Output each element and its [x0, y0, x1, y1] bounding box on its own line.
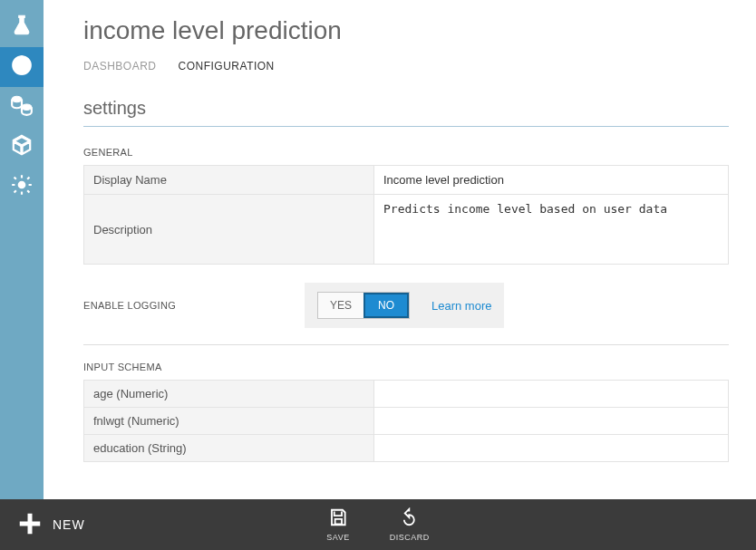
svg-point-3: [22, 104, 32, 111]
general-group-label: GENERAL: [83, 147, 729, 158]
svg-point-2: [12, 96, 22, 102]
discard-button[interactable]: DISCARD: [390, 507, 430, 542]
sidebar-item-modules[interactable]: [0, 127, 44, 167]
database-icon: [10, 93, 34, 121]
schema-row: fnlwgt (Numeric): [84, 408, 729, 435]
logging-label: ENABLE LOGGING: [83, 300, 305, 311]
logging-row: ENABLE LOGGING YES NO Learn more: [83, 283, 729, 328]
page-title: income level prediction: [83, 16, 729, 45]
sidebar-item-experiments[interactable]: [0, 7, 44, 47]
section-divider: [83, 126, 729, 127]
cube-icon: [10, 133, 34, 160]
section-title: settings: [83, 98, 729, 119]
schema-row: age (Numeric): [84, 381, 729, 408]
learn-more-link[interactable]: Learn more: [431, 299, 491, 313]
sidebar-item-web-services[interactable]: [0, 47, 44, 87]
save-icon: [328, 507, 348, 531]
logging-no-button[interactable]: NO: [363, 293, 409, 318]
general-table: Display Name Description: [83, 165, 729, 265]
left-sidebar: [0, 0, 44, 550]
bottom-bar: NEW SAVE DISCARD: [0, 499, 756, 550]
tab-dashboard[interactable]: DASHBOARD: [83, 60, 157, 72]
tab-configuration[interactable]: CONFIGURATION: [179, 60, 275, 72]
plus-icon: [16, 510, 44, 540]
new-button-label: NEW: [53, 517, 85, 532]
logging-toggle-wrap: YES NO Learn more: [305, 283, 504, 328]
schema-field-label: education (String): [84, 435, 374, 462]
logging-yes-button[interactable]: YES: [318, 293, 363, 318]
schema-field-input[interactable]: [374, 435, 728, 461]
tabs: DASHBOARD CONFIGURATION: [83, 60, 729, 72]
new-button[interactable]: NEW: [0, 510, 85, 540]
schema-field-label: age (Numeric): [84, 381, 374, 408]
discard-icon: [400, 507, 420, 531]
divider: [83, 344, 729, 345]
svg-point-4: [19, 182, 25, 188]
save-button[interactable]: SAVE: [326, 507, 349, 542]
sidebar-item-datasets[interactable]: [0, 87, 44, 127]
schema-field-input[interactable]: [374, 408, 728, 434]
schema-field-input[interactable]: [374, 381, 728, 407]
save-button-label: SAVE: [326, 533, 349, 542]
gear-icon: [10, 173, 34, 200]
schema-field-label: fnlwgt (Numeric): [84, 408, 374, 435]
schema-row: education (String): [84, 435, 729, 462]
input-schema-table: age (Numeric) fnlwgt (Numeric) education…: [83, 380, 729, 462]
display-name-input[interactable]: [374, 166, 728, 194]
flask-icon: [10, 14, 34, 41]
input-schema-label: INPUT SCHEMA: [83, 362, 729, 372]
description-input[interactable]: [374, 195, 728, 260]
logging-toggle: YES NO: [317, 292, 410, 319]
discard-button-label: DISCARD: [390, 533, 430, 542]
description-label: Description: [84, 195, 374, 265]
globe-icon: [10, 53, 34, 81]
main-content: income level prediction DASHBOARD CONFIG…: [44, 0, 756, 550]
sidebar-item-settings[interactable]: [0, 167, 44, 207]
display-name-label: Display Name: [84, 166, 374, 195]
